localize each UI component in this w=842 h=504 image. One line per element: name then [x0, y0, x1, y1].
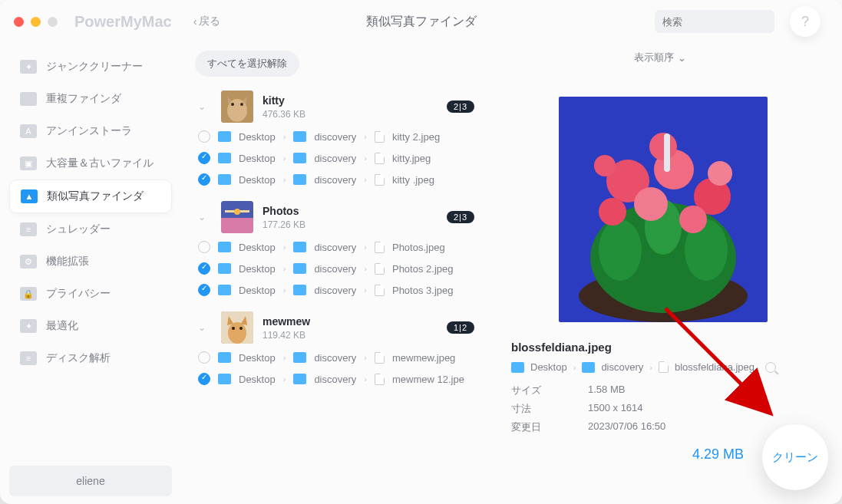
chevron-down-icon[interactable]: ⌄: [198, 322, 212, 333]
file-row[interactable]: Desktop›discovery›kitty .jpeg: [184, 169, 488, 190]
svg-point-27: [679, 206, 707, 233]
sidebar-item-extensions[interactable]: ⚙機能拡張: [9, 245, 172, 278]
window-controls: [14, 17, 58, 27]
photo-group: ⌄ kitty 476.36 KB 2|3 Desktop›discovery›…: [184, 86, 488, 190]
sidebar-item-similar-photos[interactable]: ▲類似写真ファインダ: [9, 180, 172, 213]
file-icon: [375, 242, 385, 253]
checkbox[interactable]: [198, 262, 210, 275]
main-content: すべてを選択解除 表示順序 ⌄ ⌄ kitty 476.36 KB: [181, 43, 842, 504]
thumbnail: [221, 201, 253, 233]
count-badge: 1|2: [447, 321, 474, 334]
group-header[interactable]: ⌄ kitty 476.36 KB 2|3: [184, 86, 488, 126]
group-header[interactable]: ⌄ Photos 177.26 KB 2|3: [184, 196, 488, 236]
sidebar-item-large-old-files[interactable]: ▣大容量＆古いファイル: [9, 147, 172, 180]
deselect-all-button[interactable]: すべてを選択解除: [195, 51, 299, 77]
detail-filename: blossfeldiana.jpeg: [511, 341, 814, 354]
svg-point-15: [239, 327, 243, 330]
checkbox[interactable]: [198, 130, 210, 143]
file-row[interactable]: Desktop›discovery›Photos 3.jpeg: [184, 279, 488, 301]
clean-button[interactable]: クリーン: [762, 424, 828, 490]
group-header[interactable]: ⌄ mewmew 119.42 KB 1|2: [184, 307, 488, 347]
folder-icon: [293, 174, 306, 185]
sidebar-item-privacy[interactable]: 🔒プライバシー: [9, 278, 172, 310]
count-badge: 2|3: [447, 100, 474, 113]
sort-dropdown[interactable]: 表示順序 ⌄: [634, 51, 686, 64]
file-list: ⌄ kitty 476.36 KB 2|3 Desktop›discovery›…: [181, 81, 488, 504]
checkbox[interactable]: [198, 152, 210, 164]
titlebar: PowerMyMac ‹ 戻る 類似写真ファインダ ?: [0, 0, 842, 43]
help-button[interactable]: ?: [790, 6, 821, 37]
app-window: PowerMyMac ‹ 戻る 類似写真ファインダ ? ✦ジャンククリーナー 重…: [0, 0, 842, 504]
thumbnail: [221, 311, 253, 344]
file-row[interactable]: Desktop›discovery›mewmew.jpeg: [184, 347, 488, 368]
checkbox[interactable]: [198, 241, 210, 253]
chevron-down-icon[interactable]: ⌄: [198, 212, 212, 222]
sidebar: ✦ジャンククリーナー 重複ファインダ Aアンインストーラ ▣大容量＆古いファイル…: [0, 43, 181, 504]
minimize-icon[interactable]: [31, 17, 41, 27]
checkbox[interactable]: [198, 373, 210, 385]
checkbox[interactable]: [198, 351, 210, 364]
file-icon: [375, 374, 385, 385]
file-row[interactable]: Desktop›discovery›Photos.jpeg: [184, 236, 488, 258]
checkbox[interactable]: [198, 173, 210, 186]
svg-point-28: [708, 161, 732, 186]
close-icon[interactable]: [14, 17, 24, 27]
meta-row: 寸法1500 x 1614: [511, 402, 814, 416]
file-row[interactable]: Desktop›discovery›kitty.jpeg: [184, 147, 488, 169]
chevron-down-icon: ⌄: [678, 52, 686, 64]
search-field[interactable]: [655, 10, 774, 33]
user-badge[interactable]: eliene: [9, 466, 172, 496]
file-icon: [375, 352, 385, 364]
count-badge: 2|3: [447, 211, 474, 223]
folder-icon: [218, 174, 231, 185]
svg-point-11: [228, 322, 246, 344]
sidebar-item-junk-cleaner[interactable]: ✦ジャンククリーナー: [9, 51, 172, 83]
photo-group: ⌄ mewmew 119.42 KB 1|2 Desktop›discovery…: [184, 307, 488, 390]
sidebar-item-duplicate-finder[interactable]: 重複ファインダ: [9, 83, 172, 115]
sidebar-item-shredder[interactable]: ≡シュレッダー: [9, 213, 172, 245]
svg-point-25: [634, 187, 668, 221]
folder-icon: [218, 242, 231, 252]
svg-point-19: [599, 219, 642, 281]
app-icon: A: [20, 124, 37, 138]
meta-row: 変更日2023/07/06 16:50: [511, 420, 814, 434]
total-size: 4.29 MB: [692, 446, 744, 463]
search-input[interactable]: [662, 16, 791, 28]
svg-rect-7: [221, 218, 253, 233]
file-row[interactable]: Desktop›discovery›Photos 2.jpeg: [184, 258, 488, 279]
toolbar: すべてを選択解除: [181, 43, 842, 84]
chevron-down-icon[interactable]: ⌄: [198, 101, 212, 112]
folder-icon: [582, 362, 595, 373]
folder-icon: [293, 352, 306, 363]
folder-icon: [293, 153, 306, 163]
detail-path: Desktop› discovery› blossfeldiana.jpeg: [511, 361, 814, 373]
photo-group: ⌄ Photos 177.26 KB 2|3 Desktop›discovery…: [184, 196, 488, 301]
maximize-icon[interactable]: [48, 17, 58, 27]
svg-point-26: [599, 198, 626, 226]
back-button[interactable]: ‹ 戻る: [193, 15, 221, 28]
file-icon: [375, 153, 385, 164]
checkbox[interactable]: [198, 284, 210, 296]
shredder-icon: ≡: [20, 222, 37, 236]
svg-point-14: [232, 327, 235, 330]
sidebar-item-optimize[interactable]: ✦最適化: [9, 310, 172, 342]
sidebar-item-disk-analysis[interactable]: ≡ディスク解析: [9, 342, 172, 374]
lock-icon: 🔒: [20, 287, 37, 301]
search-icon[interactable]: [765, 362, 776, 373]
scrollbar[interactable]: [664, 133, 670, 172]
file-row[interactable]: Desktop›discovery›kitty 2.jpeg: [184, 126, 488, 147]
folder-icon: [218, 131, 231, 142]
chevron-left-icon: ‹: [193, 15, 197, 28]
folder-icon: [218, 285, 231, 295]
svg-point-30: [649, 133, 677, 160]
meta-row: サイズ1.58 MB: [511, 384, 814, 397]
svg-point-3: [240, 103, 243, 106]
file-icon: [375, 131, 385, 143]
sidebar-item-uninstaller[interactable]: Aアンインストーラ: [9, 115, 172, 147]
folder-icon: [293, 263, 306, 274]
folder-icon: [218, 263, 231, 274]
file-row[interactable]: Desktop›discovery›mewmew 12.jpe: [184, 368, 488, 390]
disk-icon: ≡: [20, 351, 37, 365]
app-name: PowerMyMac: [74, 13, 172, 31]
folder-icon: [293, 285, 306, 295]
